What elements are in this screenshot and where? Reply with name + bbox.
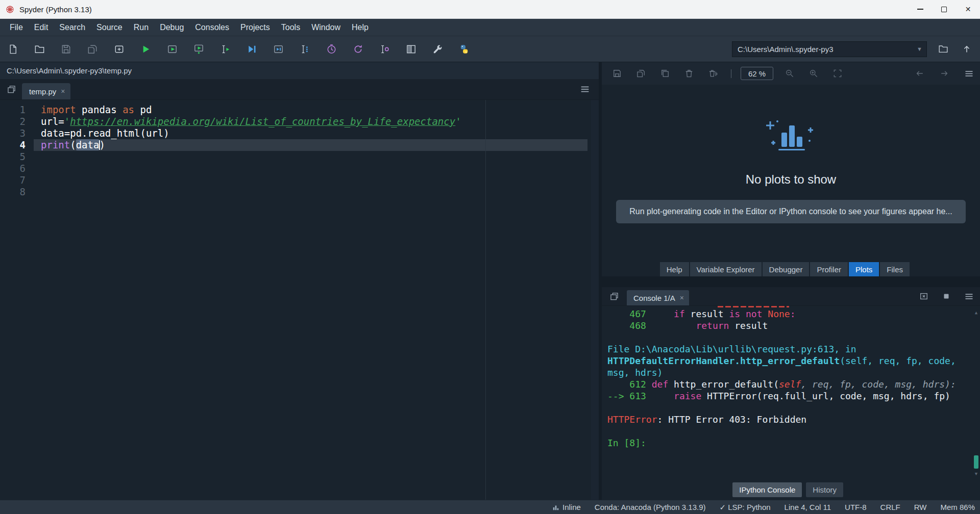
plots-options-menu-icon[interactable] [963,67,975,80]
bar-chart-icon [758,115,824,161]
tab-plots[interactable]: Plots [849,262,879,276]
tab-variable-explorer[interactable]: Variable Explorer [690,262,762,276]
menu-edit[interactable]: Edit [29,19,54,36]
save-all-plots-icon[interactable] [635,67,647,80]
toolbar-right: C:\Users\Admin\.spyder-py3 ▼ [732,41,974,57]
token: 612 [607,379,652,390]
console-line [607,331,968,343]
tab-debugger[interactable]: Debugger [763,262,810,276]
tab-close-icon[interactable]: × [61,87,65,95]
status-conda-env[interactable]: Conda: Anacoda (Python 3.13.9) [595,503,706,511]
pythonpath-manager-icon[interactable] [456,41,472,57]
save-all-icon[interactable] [85,41,100,57]
tab-temp-py[interactable]: temp.py × [22,83,70,99]
next-plot-icon[interactable] [938,67,950,80]
console-line: In [8]: [607,437,968,449]
console-options-menu-icon[interactable] [963,290,975,302]
menu-window[interactable]: Window [306,19,346,36]
maximize-icon[interactable] [932,0,956,18]
run-file-icon[interactable] [138,41,153,57]
zoom-out-icon[interactable] [783,67,796,80]
editor-options-menu-icon[interactable] [579,84,591,95]
token: return [696,320,729,331]
spyder-window: Spyder (Python 3.13) ✕ File Edit Search … [0,0,980,514]
browse-console-tabs-icon[interactable] [609,291,620,302]
token: ( [70,139,76,150]
menu-search[interactable]: Search [54,19,91,36]
panes-layout-icon[interactable] [403,41,419,57]
parent-directory-icon[interactable] [960,42,974,56]
console-line: --> 613 raise HTTPError(req.full_url, co… [607,390,968,402]
status-lsp[interactable]: ✓ LSP: Python [719,503,770,512]
run-cell-icon[interactable] [164,41,180,57]
token [646,391,674,401]
token: ' [64,116,70,127]
status-inline-plotting[interactable]: Inline [552,503,581,511]
token: --> 613 [607,391,646,401]
minimize-icon[interactable] [908,0,932,18]
token: HTTPError [607,414,657,425]
scroll-down-icon[interactable]: ▼ [973,468,979,480]
token: , req, fp, code, msg, hdrs): [801,379,955,390]
menu-debug[interactable]: Debug [154,19,189,36]
new-file-icon[interactable] [5,41,20,57]
menu-consoles[interactable]: Consoles [189,19,235,36]
remove-plot-icon[interactable] [683,67,695,80]
tab-ipython-console[interactable]: IPython Console [732,482,802,497]
token [740,309,746,319]
save-plot-icon[interactable] [611,67,623,80]
menu-help[interactable]: Help [346,19,374,36]
interrupt-kernel-icon[interactable] [940,290,952,302]
editor-scrollbar[interactable] [591,100,599,500]
save-file-icon[interactable] [58,41,74,57]
token: result [685,309,729,319]
close-window-icon[interactable] [918,290,930,302]
remove-all-plots-icon[interactable] [707,67,719,80]
menu-projects[interactable]: Projects [235,19,276,36]
panes-tabbar: Help Variable Explorer Debugger Profiler… [602,262,980,276]
browse-tabs-icon[interactable] [6,84,17,95]
console-scrollbar[interactable]: ▲ ▼ [973,307,979,480]
close-icon[interactable]: ✕ [956,0,980,18]
debug-file-icon[interactable] [244,41,259,57]
preferences-icon[interactable] [430,41,445,57]
token: (self, req, fp, code, [840,355,956,366]
tab-profiler[interactable]: Profiler [810,262,848,276]
line-number: 6 [0,163,26,174]
menu-source[interactable]: Source [91,19,128,36]
editor-body[interactable]: 12345678 import pandas as pdurl='https:/… [0,100,599,500]
fit-plot-icon[interactable] [831,67,844,80]
tab-console-1a[interactable]: Console 1/A × [627,290,689,305]
tab-help[interactable]: Help [660,262,689,276]
debug-cell-icon[interactable] [271,41,286,57]
debug-selection-icon[interactable] [297,41,312,57]
copy-image-icon[interactable] [659,67,671,80]
scrollbar-thumb[interactable] [974,455,978,469]
tab-files[interactable]: Files [880,262,910,276]
console-pane: Console 1/A × 467 if result is not None:… [602,287,980,498]
console-line: 467 if result is not None: [607,308,968,320]
menu-run[interactable]: Run [128,19,154,36]
menu-file[interactable]: File [4,19,29,36]
chevron-down-icon[interactable]: ▼ [917,46,922,52]
working-directory-combobox[interactable]: C:\Users\Admin\.spyder-py3 ▼ [732,41,927,57]
horizontal-splitter[interactable] [602,276,980,287]
open-file-icon[interactable] [32,41,47,57]
console-tabbar-right [908,290,975,302]
open-directory-icon[interactable] [936,42,950,56]
console-body[interactable]: 467 if result is not None: 468 return re… [602,306,980,481]
run-to-line-icon[interactable] [377,41,392,57]
code-area[interactable]: import pandas as pdurl='https://en.wikip… [34,100,591,500]
scroll-up-icon[interactable]: ▲ [973,307,979,319]
run-selection-icon[interactable] [217,41,233,57]
tab-close-icon[interactable]: × [680,294,684,302]
tab-history[interactable]: History [806,482,843,497]
menu-tools[interactable]: Tools [276,19,306,36]
rerun-cell-icon[interactable] [350,41,365,57]
new-cell-icon[interactable] [111,41,127,57]
run-cell-advance-icon[interactable] [191,41,206,57]
zoom-in-icon[interactable] [807,67,820,80]
previous-plot-icon[interactable] [914,67,926,80]
status-label: Inline [562,503,581,511]
profiler-icon[interactable] [324,41,339,57]
